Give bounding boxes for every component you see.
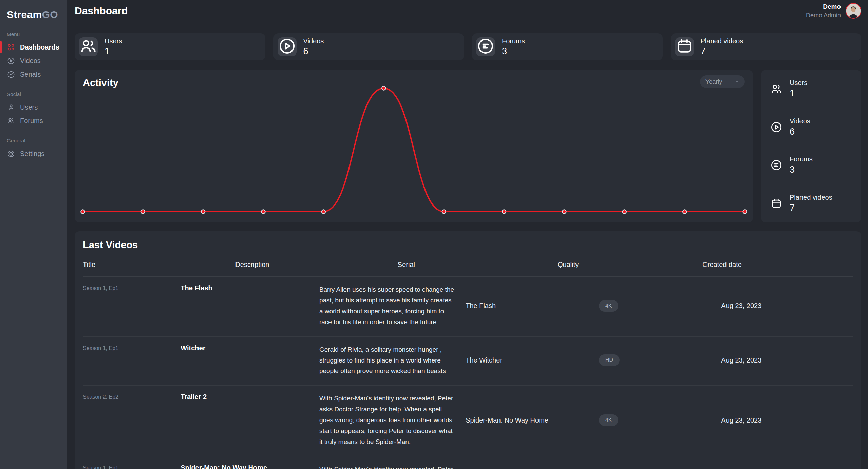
video-table-row: Season 1, Ep1 The Flash Barry Allen uses… xyxy=(83,277,853,337)
column-description: Description xyxy=(235,261,269,269)
column-title: Title xyxy=(83,261,95,269)
video-serial: The Witcher xyxy=(466,356,599,364)
chart-point xyxy=(442,210,446,214)
chart-point xyxy=(141,210,145,214)
video-created-date: Aug 23, 2023 xyxy=(676,356,807,364)
video-episode: Season 1, Ep1 xyxy=(83,344,181,351)
video-table-row: Season 1, Ep1 Spider-Man: No Way Home Wi… xyxy=(83,456,853,469)
calendar-icon xyxy=(675,37,694,57)
last-videos-title: Last Videos xyxy=(75,239,861,251)
side-stat-value: 1 xyxy=(790,88,807,99)
video-table-header: Title Description Serial Quality Created… xyxy=(83,261,853,277)
sidebar-item-label: Videos xyxy=(20,57,41,65)
side-stat-label: Forums xyxy=(790,155,813,163)
sidebar-section-items: Settings xyxy=(7,147,67,160)
chart-point xyxy=(683,210,686,214)
forum-circle-icon xyxy=(476,37,495,57)
user-icon xyxy=(7,103,15,112)
sidebar-section-items: Users Forums xyxy=(7,100,67,128)
sidebar-item-label: Serials xyxy=(20,71,41,78)
brand-go: GO xyxy=(42,9,58,20)
side-stat-label: Videos xyxy=(790,117,810,125)
stat-card-value: 7 xyxy=(701,46,743,57)
video-serial: The Flash xyxy=(466,302,599,310)
stat-card-icon-box xyxy=(278,37,297,56)
sidebar-item-users[interactable]: Users xyxy=(7,100,67,114)
stat-card-users: Users 1 xyxy=(75,33,265,60)
stat-card-forums: Forums 3 xyxy=(472,33,663,60)
stat-card-label: Videos xyxy=(303,37,324,45)
side-stat-label: Users xyxy=(790,79,807,87)
video-description: Gerald of Rivia, a solitary monster hung… xyxy=(319,344,466,377)
side-stat-videos: Videos 6 xyxy=(761,108,861,146)
sidebar-section-label: General xyxy=(7,138,67,143)
video-table-row: Season 2, Ep2 Trailer 2 With Spider-Man'… xyxy=(83,386,853,456)
chart-point xyxy=(81,210,84,214)
sidebar-section: General Settings xyxy=(7,138,67,160)
video-description: With Spider-Man's identity now revealed,… xyxy=(319,393,466,447)
sidebar-item-settings[interactable]: Settings xyxy=(7,147,67,160)
video-episode: Season 1, Ep1 xyxy=(83,464,181,469)
chart-point xyxy=(562,210,566,214)
activity-line-chart xyxy=(78,83,749,218)
chart-point xyxy=(502,210,506,214)
sidebar-section-items: Dashboards Videos Serials xyxy=(7,40,67,81)
stat-card-value: 3 xyxy=(502,46,525,57)
grid-dots-icon xyxy=(7,43,15,52)
side-stat-users: Users 1 xyxy=(761,70,861,108)
video-name: Witcher xyxy=(181,344,319,352)
quality-badge: 4K xyxy=(599,414,619,426)
forum-circle-icon xyxy=(770,159,783,172)
pulse-circle-icon xyxy=(7,70,15,79)
user-role: Demo Admin xyxy=(806,12,841,19)
side-stat-planed-videos: Planed videos 7 xyxy=(761,184,861,222)
side-stat-value: 6 xyxy=(790,126,810,137)
activity-card: Activity Yearly xyxy=(75,70,753,222)
topbar: Dashboard Demo Demo Admin xyxy=(75,0,861,22)
sidebar-item-label: Users xyxy=(20,103,38,111)
sidebar-item-label: Dashboards xyxy=(20,43,59,51)
users-icon xyxy=(770,82,783,95)
user-menu[interactable]: Demo Demo Admin xyxy=(806,3,861,19)
sidebar-item-dashboards[interactable]: Dashboards xyxy=(7,40,67,54)
video-episode: Season 2, Ep2 xyxy=(83,393,181,400)
sidebar-item-videos[interactable]: Videos xyxy=(7,54,67,67)
side-stat-value: 7 xyxy=(790,203,832,213)
sidebar-item-serials[interactable]: Serials xyxy=(7,67,67,81)
video-description: With Spider-Man's identity now revealed,… xyxy=(319,464,466,469)
video-name: The Flash xyxy=(181,284,319,292)
settings-icon xyxy=(7,150,15,158)
video-created-date: Aug 23, 2023 xyxy=(676,416,807,424)
play-circle-icon xyxy=(770,121,783,134)
page-title: Dashboard xyxy=(75,5,128,17)
sidebar-item-label: Settings xyxy=(20,150,44,158)
main-content: Dashboard Demo Demo Admin Users 1 xyxy=(67,0,868,469)
video-episode: Season 1, Ep1 xyxy=(83,284,181,291)
quality-badge: 4K xyxy=(599,300,619,312)
brand-stream: Stream xyxy=(7,9,42,20)
calendar-icon xyxy=(770,197,783,210)
stat-card-icon-box xyxy=(476,37,495,56)
video-serial: Spider-Man: No Way Home xyxy=(466,416,599,424)
column-quality: Quality xyxy=(558,261,579,269)
quality-badge: HD xyxy=(599,354,620,366)
app-logo[interactable]: StreamGO xyxy=(7,7,67,20)
column-created-date: Created date xyxy=(702,261,742,269)
side-stat-value: 3 xyxy=(790,164,813,175)
video-quality-cell: HD xyxy=(599,354,676,366)
sidebar: StreamGO Menu Dashboards Videos Serials … xyxy=(0,0,67,469)
chart-point xyxy=(262,210,265,214)
sidebar-section-label: Menu xyxy=(7,31,67,37)
stat-card-label: Forums xyxy=(502,37,525,45)
column-serial: Serial xyxy=(398,261,415,269)
stat-card-videos: Videos 6 xyxy=(273,33,464,60)
avatar[interactable] xyxy=(846,3,861,19)
stat-card-label: Users xyxy=(105,37,122,45)
stat-card-icon-box xyxy=(79,37,98,56)
side-stat-forums: Forums 3 xyxy=(761,146,861,184)
avatar-photo xyxy=(846,4,861,18)
stat-card-value: 6 xyxy=(303,46,324,57)
chart-point xyxy=(382,86,385,90)
sidebar-item-forums[interactable]: Forums xyxy=(7,114,67,128)
video-table-row: Season 1, Ep1 Witcher Gerald of Rivia, a… xyxy=(83,337,853,386)
